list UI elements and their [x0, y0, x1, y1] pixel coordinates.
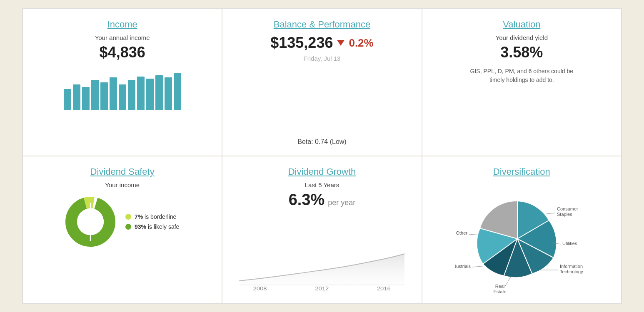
income-bar [119, 84, 126, 110]
pie-container: Consumer Staples Utilities Information T… [434, 185, 609, 293]
svg-text:Estate: Estate [494, 289, 507, 293]
income-bar [82, 87, 90, 110]
valuation-description: GIS, PPL, D, PM, and 6 others could be t… [463, 67, 580, 84]
income-bar [128, 80, 135, 110]
donut-container: 7% is borderline 93% is likely safe [65, 197, 179, 247]
dashboard: Income Your annual income $4,836 Balance… [22, 8, 622, 304]
income-bar [73, 84, 80, 110]
valuation-title[interactable]: Valuation [503, 19, 540, 30]
svg-text:Industrials: Industrials [455, 264, 471, 269]
svg-text:Utilities: Utilities [562, 241, 577, 246]
svg-line-18 [547, 213, 555, 214]
safe-dot [125, 224, 131, 230]
safety-title[interactable]: Dividend Safety [90, 166, 155, 177]
down-arrow-icon [337, 40, 344, 46]
income-title[interactable]: Income [107, 19, 137, 30]
legend-borderline: 7% is borderline [125, 213, 179, 220]
income-value: $4,836 [100, 44, 145, 61]
pie-chart: Consumer Staples Utilities Information T… [455, 185, 588, 293]
legend-safe: 93% is likely safe [125, 223, 179, 230]
income-bar [100, 82, 108, 111]
balance-title[interactable]: Balance & Performance [274, 19, 370, 30]
income-bar [165, 77, 172, 110]
svg-text:Real: Real [495, 284, 505, 289]
svg-text:Other: Other [456, 230, 468, 235]
income-bar-chart [60, 69, 185, 110]
borderline-dot [125, 214, 131, 220]
income-bar [110, 77, 117, 110]
growth-card: Dividend Growth Last 5 Years 6.3% per ye… [222, 156, 422, 303]
svg-text:2008: 2008 [253, 286, 267, 291]
valuation-card: Valuation Your dividend yield 3.58% GIS,… [422, 9, 622, 156]
diversification-title[interactable]: Diversification [493, 166, 550, 177]
valuation-value: 3.58% [500, 44, 543, 61]
svg-text:2016: 2016 [377, 286, 391, 291]
income-bar [174, 73, 181, 110]
valuation-subtitle: Your dividend yield [496, 34, 548, 41]
balance-card: Balance & Performance $135,236 0.2% Frid… [222, 9, 422, 156]
growth-title[interactable]: Dividend Growth [288, 166, 356, 177]
balance-value: $135,236 [270, 34, 333, 52]
borderline-text: 7% is borderline [135, 213, 176, 220]
income-bar [155, 75, 163, 110]
income-card: Income Your annual income $4,836 [22, 9, 222, 156]
balance-change: 0.2% [349, 37, 373, 50]
safety-subtitle: Your income [105, 181, 140, 188]
income-bar [91, 80, 99, 110]
svg-line-28 [472, 266, 486, 267]
diversification-card: Diversification [422, 156, 622, 303]
growth-subtitle: Last 5 Years [305, 181, 339, 188]
donut-chart [65, 197, 115, 247]
svg-text:Information: Information [560, 264, 583, 269]
safe-text: 93% is likely safe [135, 223, 179, 230]
svg-text:Consumer: Consumer [557, 206, 578, 211]
income-bar [146, 79, 154, 111]
growth-line-chart: 2008 2012 2016 [234, 241, 409, 293]
svg-line-26 [505, 276, 511, 287]
svg-text:Staples: Staples [557, 212, 572, 217]
balance-beta: Beta: 0.74 (Low) [297, 138, 346, 146]
svg-text:Technology: Technology [560, 269, 583, 274]
growth-value-row: 6.3% per year [289, 191, 356, 209]
donut-legend: 7% is borderline 93% is likely safe [125, 213, 179, 230]
income-bar [137, 77, 145, 110]
income-subtitle: Your annual income [95, 34, 150, 41]
balance-value-row: $135,236 0.2% [270, 34, 373, 52]
svg-text:2012: 2012 [315, 286, 329, 291]
safety-card: Dividend Safety Your income 7% is border… [22, 156, 222, 303]
growth-unit: per year [328, 198, 355, 207]
balance-date: Friday, Jul 13 [304, 55, 341, 62]
growth-value: 6.3% [289, 191, 325, 209]
income-bar [64, 89, 71, 110]
